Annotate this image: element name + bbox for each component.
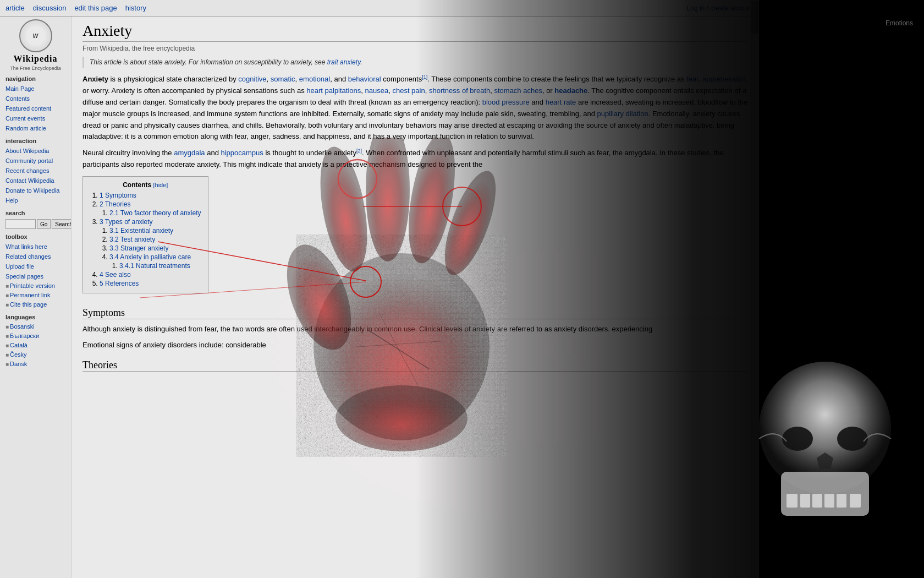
toc-natural[interactable]: 3.4.1 Natural treatments [119,262,190,270]
toolbox-what-links[interactable]: What links here [6,242,65,252]
interaction-donate[interactable]: Donate to Wikipedia [6,186,65,195]
printable-bullet: ■ [6,283,9,289]
wikipedia-logo: W [19,19,52,52]
toolbox-related-changes[interactable]: Related changes [6,252,65,261]
lang5-bullet: ■ [6,361,9,367]
toc-list: 1 Symptoms 2 Theories 2.1 Two factor the… [90,192,201,287]
toc-two-factor[interactable]: 2.1 Two factor theory of anxiety [109,209,201,217]
create-account-link[interactable]: create account [710,4,754,12]
lang-dansk[interactable]: Dansk [10,359,27,369]
tab-discussion[interactable]: discussion [33,4,67,12]
toolbox-cite[interactable]: Cite this page [10,300,47,309]
lang-czech[interactable]: Česky [10,350,27,359]
search-input[interactable] [6,219,36,229]
page-subtitle: From Wikipedia, the free encyclopedia [82,45,748,52]
chest-pain-link[interactable]: chest pain [392,86,425,95]
toc-existential[interactable]: 3.1 Existential anxiety [109,227,173,235]
heart-palp-link[interactable]: heart palpitations [306,86,361,95]
tab-edit[interactable]: edit this page [74,4,117,12]
go-button[interactable]: Go [37,219,51,229]
toc-see-also[interactable]: 4 See also [100,271,131,279]
cognitive-link[interactable]: cognitive [238,75,266,83]
somatic-link[interactable]: somatic [271,75,295,83]
toc-title: Contents [hide] [90,181,201,189]
interaction-section-title: interaction [6,138,65,144]
scrollbar[interactable] [750,0,759,578]
cite-bullet: ■ [6,302,9,308]
pupil-link[interactable]: pupillary dilation [597,110,648,118]
hr-link[interactable]: heart rate [546,98,576,106]
toolbox-printable[interactable]: Printable version [10,281,55,291]
hatnote: This article is about state anxiety. For… [82,57,748,68]
interaction-contact[interactable]: Contact Wikipedia [6,176,65,186]
search-box: Go Search [6,219,65,229]
apprehension-link[interactable]: apprehension [702,75,746,83]
toolbox-permanent[interactable]: Permanent link [10,291,50,300]
sidebar: W Wikipedia The Free Encyclopedia naviga… [0,17,72,578]
scrollbar-thumb[interactable] [751,1,758,34]
toc-hide[interactable]: [hide] [153,182,168,188]
toc-types[interactable]: 3 Types of anxiety [100,218,153,226]
wiki-tagline: The Free Encyclopedia [6,66,65,71]
tab-article[interactable]: article [6,4,25,12]
wiki-wordmark: Wikipedia [6,54,65,64]
interaction-recent-changes[interactable]: Recent changes [6,166,65,176]
emotions-label: Emotions [886,19,913,27]
nav-section-title: navigation [6,75,65,82]
login-link[interactable]: Log in [687,4,705,12]
behavioral-link[interactable]: behavioral [348,75,381,83]
toc-test-anxiety[interactable]: 3.2 Test anxiety [109,236,155,243]
toolbox-special[interactable]: Special pages [6,271,65,281]
lang-bosanski[interactable]: Bosanski [10,322,35,331]
top-bar: article discussion edit this page histor… [0,0,759,17]
interaction-community[interactable]: Community portal [6,156,65,166]
auth-links: Log in / create account [687,4,754,12]
nav-main-page[interactable]: Main Page [6,84,65,94]
lang-catala[interactable]: Català [10,341,28,350]
toc-theories[interactable]: 2 Theories [100,200,130,208]
page-title: Anxiety [82,22,748,42]
tab-history[interactable]: history [125,4,146,12]
nav-featured[interactable]: Featured content [6,103,65,113]
article-intro: Anxiety is a physiological state charact… [82,73,748,171]
interaction-help[interactable]: Help [6,195,65,205]
permanent-bullet: ■ [6,292,9,298]
page-tabs: article discussion edit this page histor… [6,4,146,12]
lang2-bullet: ■ [6,333,9,339]
sob-link[interactable]: shortness of breath [429,86,490,95]
toc-references[interactable]: 5 References [100,280,139,287]
toc-stranger[interactable]: 3.3 Stranger anxiety [109,244,168,252]
nav-current-events[interactable]: Current events [6,113,65,123]
nausea-link[interactable]: nausea [365,86,389,95]
symptoms-text: Although anxiety is distinguished from f… [82,324,748,351]
lang1-bullet: ■ [6,324,9,330]
fear-link[interactable]: fear [686,75,698,83]
interaction-about[interactable]: About Wikipedia [6,146,65,156]
trait-anxiety-link[interactable]: trait anxiety [327,58,360,66]
symptoms-section-title: Symptoms [82,307,748,319]
toolbox-upload[interactable]: Upload file [6,261,65,271]
toc-symptoms[interactable]: 1 Symptoms [100,192,136,199]
search-button[interactable]: Search [52,219,72,229]
hippocampus-link[interactable]: hippocampus [221,149,263,157]
nav-random[interactable]: Random article [6,123,65,133]
wikipedia-page: article discussion edit this page histor… [0,0,759,578]
languages-section-title: languages [6,314,65,320]
sidebar-logo: W Wikipedia The Free Encyclopedia [6,19,65,71]
amygdala-link[interactable]: amygdala [174,149,205,157]
headache-link[interactable]: headache [554,86,587,95]
main-layout: W Wikipedia The Free Encyclopedia naviga… [0,17,759,578]
toolbox-section-title: toolbox [6,233,65,240]
nav-contents[interactable]: Contents [6,94,65,103]
stomach-link[interactable]: stomach aches [494,86,542,95]
lang4-bullet: ■ [6,352,9,358]
table-of-contents: Contents [hide] 1 Symptoms 2 Theories 2.… [82,176,208,293]
theories-section-title: Theories [82,359,748,372]
emotional-link[interactable]: emotional [299,75,330,83]
toc-palliative[interactable]: 3.4 Anxiety in palliative care [109,253,191,261]
bp-link[interactable]: blood pressure [482,98,530,106]
lang-bulgarian[interactable]: Български [10,331,39,341]
lang3-bullet: ■ [6,342,9,348]
content-area: Anxiety From Wikipedia, the free encyclo… [72,17,759,578]
search-section-title: search [6,210,65,216]
